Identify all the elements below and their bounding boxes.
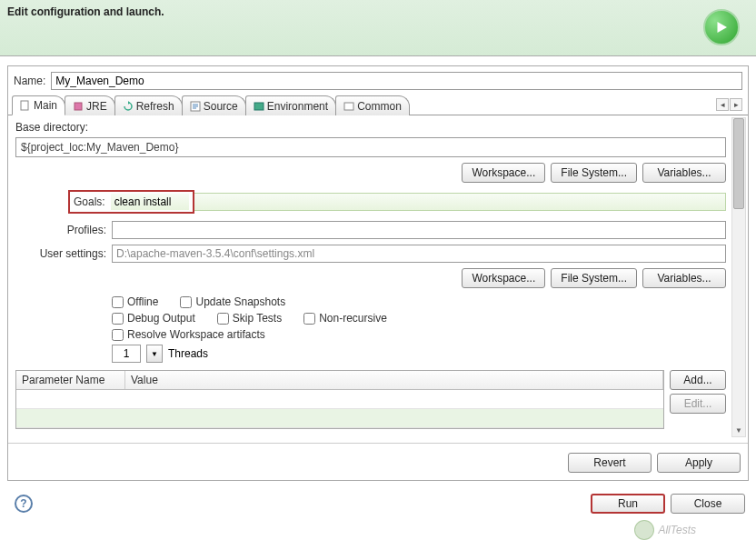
close-button[interactable]: Close xyxy=(671,494,745,514)
user-settings-input[interactable] xyxy=(112,245,726,263)
resolve-ws-check[interactable]: Resolve Workspace artifacts xyxy=(112,328,265,341)
user-settings-label: User settings: xyxy=(15,247,112,260)
base-dir-input[interactable] xyxy=(15,137,726,157)
watermark: AllTests xyxy=(634,520,696,540)
scroll-down-arrow[interactable]: ▼ xyxy=(732,424,745,436)
table-row[interactable] xyxy=(16,390,663,409)
revert-button[interactable]: Revert xyxy=(568,453,652,473)
tab-refresh[interactable]: Refresh xyxy=(114,95,183,115)
name-label: Name: xyxy=(14,75,45,87)
tab-label: JRE xyxy=(86,100,107,113)
goals-highlight: Goals: xyxy=(68,190,194,214)
tab-bar: Main JRE Refresh Source Environment Comm… xyxy=(8,95,748,115)
help-icon[interactable]: ? xyxy=(15,495,33,513)
param-col-name[interactable]: Parameter Name xyxy=(16,371,125,389)
tab-scroll-controls: ◂ ▸ xyxy=(716,98,742,111)
debug-output-check[interactable]: Debug Output xyxy=(112,312,195,325)
source-icon xyxy=(190,101,201,112)
refresh-icon xyxy=(123,101,134,112)
param-col-value[interactable]: Value xyxy=(125,371,663,389)
apply-button[interactable]: Apply xyxy=(657,453,741,473)
workspace-button[interactable]: Workspace... xyxy=(462,163,545,183)
edit-param-button: Edit... xyxy=(670,394,726,414)
doc-icon xyxy=(20,100,31,111)
jre-icon xyxy=(73,101,84,112)
skip-tests-check[interactable]: Skip Tests xyxy=(217,312,282,325)
svg-rect-1 xyxy=(75,103,82,110)
non-recursive-check[interactable]: Non-recursive xyxy=(303,312,387,325)
goals-label: Goals: xyxy=(74,195,111,208)
variables-button-2[interactable]: Variables... xyxy=(642,268,726,288)
tab-body-main: ▲ ▼ Base directory: Workspace... File Sy… xyxy=(8,115,748,439)
threads-input[interactable] xyxy=(112,345,141,363)
workspace-button-2[interactable]: Workspace... xyxy=(462,268,545,288)
update-snapshots-check[interactable]: Update Snapshots xyxy=(180,295,285,308)
run-button[interactable]: Run xyxy=(591,494,665,514)
tab-common[interactable]: Common xyxy=(335,95,410,115)
base-dir-label: Base directory: xyxy=(15,121,726,134)
tab-label: Source xyxy=(204,100,238,113)
run-icon xyxy=(703,9,740,45)
param-rows[interactable] xyxy=(16,390,663,428)
goals-input[interactable] xyxy=(111,194,189,210)
dialog-header: Edit configuration and launch. xyxy=(0,0,756,56)
param-table: Parameter Name Value xyxy=(15,370,664,429)
config-panel: Name: Main JRE Refresh Source Envi xyxy=(7,65,749,481)
vertical-scrollbar[interactable]: ▲ ▼ xyxy=(731,117,746,437)
goals-input-ext[interactable] xyxy=(194,193,726,211)
tab-scroll-right[interactable]: ▸ xyxy=(730,98,742,111)
tab-main[interactable]: Main xyxy=(12,95,65,115)
threads-label: Threads xyxy=(168,347,208,360)
filesystem-button-2[interactable]: File System... xyxy=(551,268,637,288)
threads-dropdown[interactable]: ▼ xyxy=(146,345,163,363)
name-input[interactable] xyxy=(51,72,742,90)
tab-label: Environment xyxy=(267,100,328,113)
profiles-label: Profiles: xyxy=(15,224,112,236)
svg-rect-3 xyxy=(254,103,264,110)
add-param-button[interactable]: Add... xyxy=(670,370,726,390)
svg-rect-4 xyxy=(344,103,353,110)
filesystem-button[interactable]: File System... xyxy=(551,163,637,183)
watermark-icon xyxy=(634,520,654,540)
tab-jre[interactable]: JRE xyxy=(65,95,115,115)
tab-environment[interactable]: Environment xyxy=(245,95,336,115)
tab-label: Main xyxy=(34,99,57,112)
variables-button[interactable]: Variables... xyxy=(642,163,726,183)
profiles-input[interactable] xyxy=(112,221,726,239)
tab-scroll-left[interactable]: ◂ xyxy=(716,98,729,111)
svg-rect-0 xyxy=(21,101,28,110)
offline-check[interactable]: Offline xyxy=(112,295,158,308)
tab-label: Common xyxy=(357,100,402,113)
tab-label: Refresh xyxy=(136,100,174,113)
table-row[interactable] xyxy=(16,409,663,428)
dialog-title: Edit configuration and launch. xyxy=(7,5,164,18)
tab-source[interactable]: Source xyxy=(182,95,246,115)
environment-icon xyxy=(254,101,264,112)
scroll-thumb[interactable] xyxy=(733,118,744,209)
common-icon xyxy=(343,101,354,112)
